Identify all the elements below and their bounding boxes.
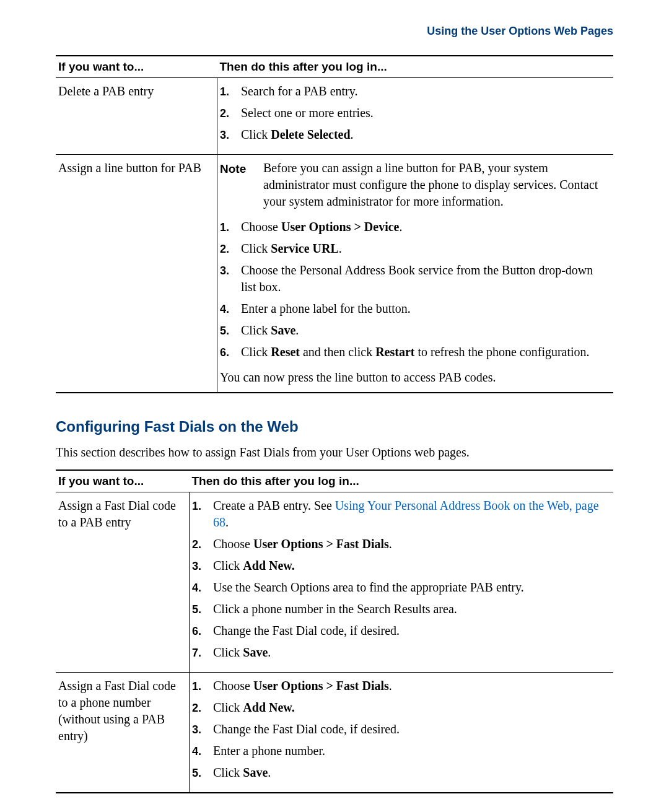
step-number: 5. [220,322,241,344]
step-number: 3. [220,126,241,148]
instruction-table-2: If you want to... Then do this after you… [56,469,613,793]
step-number: 1. [220,83,241,105]
closing-text: You can now press the line button to acc… [220,365,610,386]
table2-header-col2: Then do this after you log in... [190,470,614,492]
instructions-cell: 1.Create a PAB entry. See Using Your Per… [190,492,614,673]
step-text: Click Save. [241,322,610,344]
ordered-steps: 1.Create a PAB entry. See Using Your Per… [192,497,610,666]
step-text: Change the Fast Dial code, if desired. [213,622,610,644]
task-cell: Assign a Fast Dial code to a phone numbe… [56,673,190,793]
step-row: 1.Create a PAB entry. See Using Your Per… [192,497,610,536]
step-row: 3.Click Delete Selected. [220,126,610,148]
instructions-cell: 1.Choose User Options > Fast Dials.2.Cli… [190,673,614,793]
step-text: Select one or more entries. [241,105,610,126]
table1-header-col2: Then do this after you log in... [217,56,614,78]
bold-text: Save [243,645,268,659]
step-text: Click a phone number in the Search Resul… [213,601,610,622]
table-row: Assign a line button for PABNoteBefore y… [56,155,613,393]
step-row: 3.Change the Fast Dial code, if desired. [192,721,610,743]
bold-text: Save [243,766,268,779]
step-number: 3. [192,557,213,579]
bold-text: User Options > Device [281,220,399,234]
bold-text: User Options > Fast Dials [253,537,389,551]
step-row: 1.Search for a PAB entry. [220,83,610,105]
bold-text: Reset [271,345,300,359]
step-number: 4. [192,579,213,601]
step-number: 3. [192,721,213,743]
step-row: 5.Click Save. [220,322,610,344]
ordered-steps: 1.Choose User Options > Fast Dials.2.Cli… [192,678,610,786]
step-number: 1. [220,219,241,240]
step-number: 3. [220,262,241,300]
step-row: 5.Click a phone number in the Search Res… [192,601,610,622]
step-number: 2. [220,105,241,126]
ordered-steps: 1.Search for a PAB entry.2.Select one or… [220,83,610,148]
bold-text: Add New. [243,701,294,714]
step-row: 2.Click Service URL. [220,240,610,262]
table-row: Assign a Fast Dial code to a phone numbe… [56,673,613,793]
step-row: 5.Click Save. [192,764,610,786]
step-text: Choose User Options > Fast Dials. [213,536,610,557]
step-number: 6. [192,622,213,644]
step-row: 4.Enter a phone label for the button. [220,300,610,322]
bold-text: Add New. [243,559,294,572]
bold-text: User Options > Fast Dials [253,679,389,692]
step-number: 5. [192,764,213,786]
table2-header-col1: If you want to... [56,470,190,492]
step-row: 7.Click Save. [192,644,610,666]
step-row: 2.Click Add New. [192,699,610,721]
bold-text: Restart [375,345,414,359]
cross-reference-link[interactable]: Using Your Personal Address Book on the … [213,499,599,529]
section2-intro: This section describes how to assign Fas… [56,444,613,461]
step-text: Change the Fast Dial code, if desired. [213,721,610,743]
step-row: 3.Click Add New. [192,557,610,579]
step-text: Create a PAB entry. See Using Your Perso… [213,497,610,536]
step-text: Choose the Personal Address Book service… [241,262,610,300]
step-number: 7. [192,644,213,666]
step-number: 1. [192,497,213,536]
table1-header-col1: If you want to... [56,56,217,78]
section2-heading: Configuring Fast Dials on the Web [56,418,613,435]
note-text: Before you can assign a line button for … [263,160,610,210]
table-row: Assign a Fast Dial code to a PAB entry1.… [56,492,613,673]
step-text: Choose User Options > Fast Dials. [213,678,610,699]
instructions-cell: 1.Search for a PAB entry.2.Select one or… [217,78,614,155]
step-text: Click Add New. [213,557,610,579]
step-number: 2. [192,699,213,721]
step-number: 4. [220,300,241,322]
bold-text: Service URL [271,242,338,255]
instructions-cell: NoteBefore you can assign a line button … [217,155,614,393]
table2-body: Assign a Fast Dial code to a PAB entry1.… [56,492,613,793]
step-text: Enter a phone label for the button. [241,300,610,322]
ordered-steps: 1.Choose User Options > Device.2.Click S… [220,219,610,365]
step-row: 4.Use the Search Options area to find th… [192,579,610,601]
step-text: Click Delete Selected. [241,126,610,148]
table1-body: Delete a PAB entry1.Search for a PAB ent… [56,78,613,393]
step-text: Enter a phone number. [213,743,610,764]
step-number: 2. [192,536,213,557]
step-row: 3.Choose the Personal Address Book servi… [220,262,610,300]
step-text: Click Reset and then click Restart to re… [241,344,610,365]
bold-text: Delete Selected [271,128,350,141]
step-row: 1.Choose User Options > Fast Dials. [192,678,610,699]
step-text: Click Save. [213,644,610,666]
step-number: 2. [220,240,241,262]
step-row: 2.Choose User Options > Fast Dials. [192,536,610,557]
step-number: 1. [192,678,213,699]
step-number: 6. [220,344,241,365]
bold-text: Save [271,323,295,337]
step-row: 2.Select one or more entries. [220,105,610,126]
instruction-table-1: If you want to... Then do this after you… [56,55,613,393]
step-row: 4.Enter a phone number. [192,743,610,764]
task-cell: Delete a PAB entry [56,78,217,155]
step-text: Search for a PAB entry. [241,83,610,105]
step-row: 6.Change the Fast Dial code, if desired. [192,622,610,644]
step-number: 4. [192,743,213,764]
step-text: Click Save. [213,764,610,786]
task-cell: Assign a Fast Dial code to a PAB entry [56,492,190,673]
step-row: 6.Click Reset and then click Restart to … [220,344,610,365]
step-row: 1.Choose User Options > Device. [220,219,610,240]
step-text: Click Add New. [213,699,610,721]
note-block: NoteBefore you can assign a line button … [220,160,610,210]
step-text: Use the Search Options area to find the … [213,579,610,601]
